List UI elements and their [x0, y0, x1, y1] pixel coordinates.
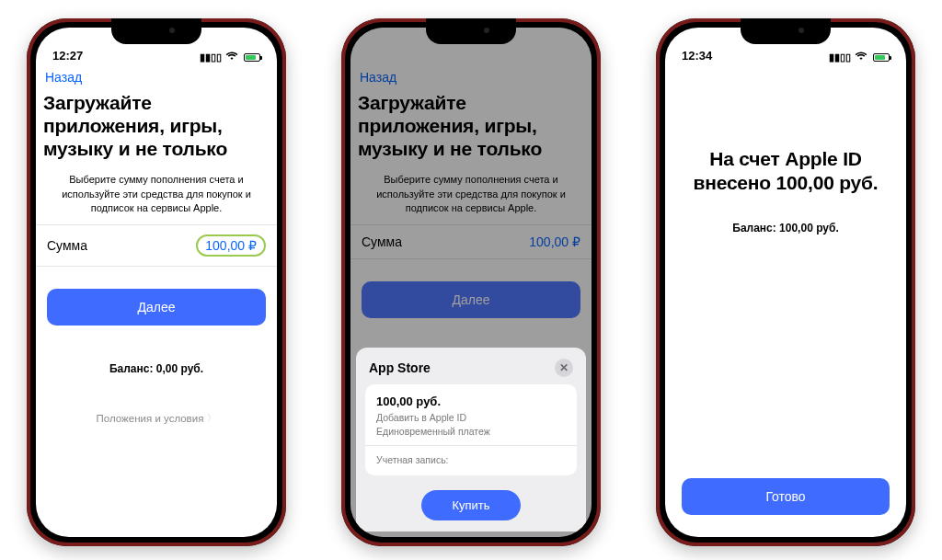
purchase-card: 100,00 руб. Добавить в Apple ID Единовре…	[365, 384, 577, 475]
divider	[365, 445, 577, 446]
back-button[interactable]: Назад	[36, 64, 277, 86]
camera-sensor	[798, 28, 804, 33]
battery-icon	[242, 53, 260, 62]
amount-label: Сумма	[47, 238, 87, 253]
status-time: 12:34	[682, 49, 712, 63]
cellular-icon: ▮▮▯▯	[829, 52, 851, 63]
sheet-header: App Store ✕	[365, 357, 577, 384]
purchase-line-2: Единовременный платеж	[376, 425, 566, 438]
terms-label: Положения и условия	[97, 413, 204, 424]
wifi-icon	[225, 51, 238, 63]
battery-icon	[871, 53, 890, 62]
purchase-price: 100,00 руб.	[376, 394, 566, 410]
page-subtext: Выберите сумму пополнения счета и исполь…	[36, 166, 277, 224]
terms-link[interactable]: Положения и условия 〉	[36, 412, 277, 425]
next-button[interactable]: Далее	[47, 289, 266, 326]
camera-sensor	[484, 28, 489, 33]
balance-text: Баланс: 0,00 руб.	[36, 362, 277, 375]
phone-frame-3: 12:34 ▮▮▯▯ На счет Apple ID внесено 100,…	[656, 18, 915, 546]
close-icon[interactable]: ✕	[555, 359, 573, 377]
screen-1: 12:27 ▮▮▯▯ Назад Загружайте приложения, …	[36, 28, 277, 537]
cellular-icon: ▮▮▯▯	[200, 52, 222, 63]
purchase-line-1: Добавить в Apple ID	[376, 411, 566, 424]
amount-value[interactable]: 100,00 ₽	[196, 234, 266, 257]
status-time: 12:27	[52, 49, 83, 63]
camera-sensor	[169, 28, 175, 33]
chevron-right-icon: 〉	[207, 412, 216, 425]
done-button[interactable]: Готово	[682, 478, 890, 515]
success-content: На счет Apple ID внесено 100,00 руб. Бал…	[665, 64, 906, 537]
screen-3: 12:34 ▮▮▯▯ На счет Apple ID внесено 100,…	[665, 28, 906, 537]
success-balance: Баланс: 100,00 руб.	[732, 222, 838, 234]
notch	[111, 18, 201, 44]
notch	[741, 18, 831, 44]
status-icons: ▮▮▯▯	[829, 51, 890, 63]
buy-button[interactable]: Купить	[421, 490, 521, 520]
status-icons: ▮▮▯▯	[200, 51, 260, 63]
sheet-title: App Store	[369, 360, 431, 375]
purchase-sheet: App Store ✕ 100,00 руб. Добавить в Apple…	[356, 348, 586, 531]
account-label: Учетная запись:	[376, 453, 566, 466]
amount-row[interactable]: Сумма 100,00 ₽	[36, 224, 277, 267]
screen-2: Назад Загружайте приложения, игры, музык…	[350, 28, 592, 537]
phone-frame-1: 12:27 ▮▮▯▯ Назад Загружайте приложения, …	[27, 18, 286, 546]
phone-frame-2: Назад Загружайте приложения, игры, музык…	[341, 18, 601, 546]
wifi-icon	[855, 51, 867, 63]
page-title: Загружайте приложения, игры, музыку и не…	[36, 86, 277, 166]
success-title: На счет Apple ID внесено 100,00 руб.	[682, 147, 890, 196]
notch	[426, 18, 516, 44]
